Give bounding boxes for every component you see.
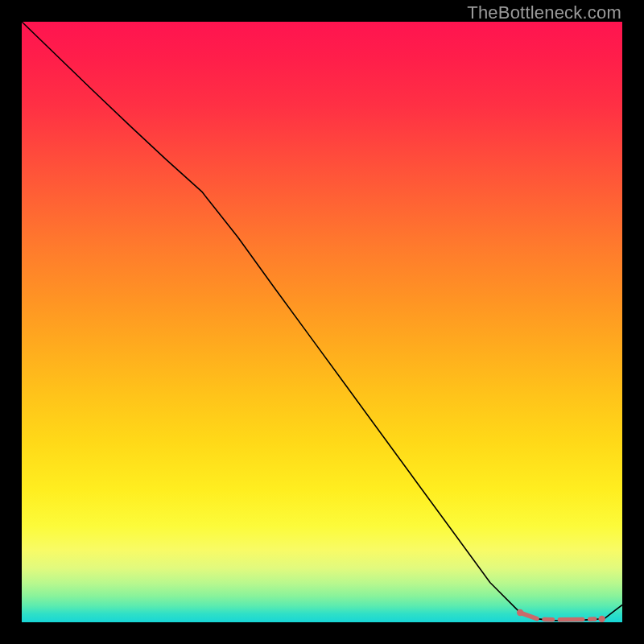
series-curve bbox=[22, 22, 622, 621]
plot-area bbox=[22, 22, 622, 622]
highlight-dot-1 bbox=[598, 616, 605, 622]
chart-stage: TheBottleneck.com bbox=[0, 0, 644, 644]
watermark-text: TheBottleneck.com bbox=[467, 2, 621, 23]
chart-svg bbox=[22, 22, 622, 622]
highlight-dot-0 bbox=[517, 609, 523, 616]
